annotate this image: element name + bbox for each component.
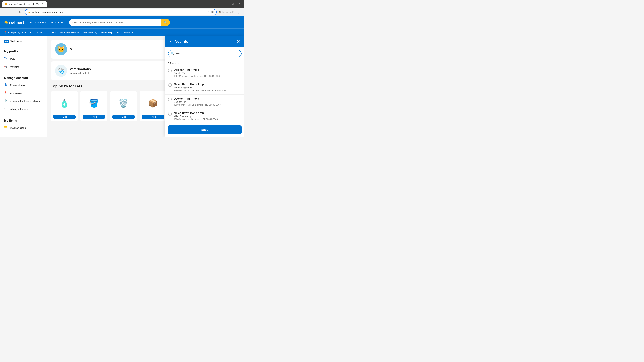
forward-button[interactable]: → xyxy=(10,9,16,15)
result-practice-1: Dockter,Tim xyxy=(174,72,242,74)
add-button-2[interactable]: + Add xyxy=(82,115,105,119)
tab-favicon xyxy=(5,2,8,5)
pets-label: Pets xyxy=(10,57,15,60)
pet-name: Mimi xyxy=(70,47,78,51)
result-item-3[interactable]: Dockter, Tim Arnold Dockter,Tim 4500 San… xyxy=(165,94,244,109)
deals-link[interactable]: Deals xyxy=(50,31,56,33)
walmart-plus-item[interactable]: W+ Walmart+ xyxy=(0,38,47,44)
results-count: 10 results xyxy=(165,60,244,66)
bookmark-icon[interactable]: ☆ xyxy=(208,10,210,14)
pet-avatar: 🐱 xyxy=(55,43,67,55)
result-info-1: Dockter, Tim Arnold Dockter,Tim 1207 Mem… xyxy=(174,68,242,77)
sidebar-item-giving[interactable]: ♡ Giving & impact xyxy=(0,105,47,113)
results-list: Dockter, Tim Arnold Dockter,Tim 1207 Mem… xyxy=(165,66,244,122)
address-bar[interactable]: 🔒 ☆ ⧉ xyxy=(25,9,217,15)
product-card-4: 📦 + Add xyxy=(140,91,166,121)
back-arrow-icon: ← xyxy=(170,39,173,44)
spark-icon: ✸ xyxy=(4,20,8,25)
add-button-3[interactable]: + Add xyxy=(112,115,135,119)
sidebar-item-vehicles[interactable]: 🚗 Vehicles xyxy=(0,63,47,71)
sidebar-divider-2 xyxy=(0,72,47,72)
browser-chrome: Manage Account - Pet hub - W... × + ─ □ … xyxy=(0,0,244,8)
walmart-logo[interactable]: ✸ walmart xyxy=(4,20,24,25)
close-button[interactable]: ✕ xyxy=(238,2,242,6)
search-icon: 🔍 xyxy=(171,52,174,55)
product-image-3: 🗑️ xyxy=(113,93,134,113)
tab-close-button[interactable]: × xyxy=(42,2,44,5)
services-label: Services xyxy=(54,21,64,24)
heart-icon: ♡ xyxy=(4,107,8,111)
vet-card-subtitle: View or edit vet info xyxy=(70,72,91,74)
minimize-button[interactable]: ─ xyxy=(224,2,228,6)
radio-button-4[interactable] xyxy=(168,112,172,116)
radio-button-2[interactable] xyxy=(168,83,172,87)
address-bar-row: ← → ↻ 🔒 ☆ ⧉ 🕵️ Incognito (3) ⋮ xyxy=(0,8,244,16)
grocery-link[interactable]: Grocery & Essentials xyxy=(59,31,79,33)
reload-button[interactable]: ↻ xyxy=(18,9,23,15)
result-address-1: 1207 Memorial Hwy, Bismarck, ND 58504-52… xyxy=(174,75,242,77)
vet-info-panel: ← Vet info ✕ 🔍 10 results Dockter, Tim A… xyxy=(165,36,244,137)
result-name-3: Dockter, Tim Arnold xyxy=(174,97,242,100)
split-view-icon[interactable]: ⧉ xyxy=(212,10,214,14)
sidebar-item-communications[interactable]: 🛡️ Communications & privacy xyxy=(0,97,47,105)
sidebar-item-wallet[interactable]: 💳 Walmart Cash xyxy=(0,124,47,132)
walmart-wordmark: walmart xyxy=(9,20,24,25)
valentines-link[interactable]: Valentine's Day xyxy=(83,31,98,33)
result-item-1[interactable]: Dockter, Tim Arnold Dockter,Tim 1207 Mem… xyxy=(165,66,244,80)
my-profile-heading: My profile xyxy=(0,47,47,55)
result-address-2: 2790 Nw 43rd St, Ste 100, Gainesville, F… xyxy=(174,89,242,92)
winter-prep-link[interactable]: Winter Prep xyxy=(101,31,112,33)
menu-button[interactable]: ⋮ xyxy=(236,9,242,15)
maximize-button[interactable]: □ xyxy=(231,2,235,6)
panel-header: ← Vet info ✕ xyxy=(165,36,244,47)
vehicles-label: Vehicles xyxy=(10,65,20,68)
stethoscope-icon: 🩺 xyxy=(58,67,64,74)
page-wrapper: W+ Walmart+ My profile 🐾 Pets 🚗 Vehicles… xyxy=(0,36,244,137)
panel-search-bar: 🔍 xyxy=(165,47,244,60)
sidebar-item-addresses[interactable]: 📍 Addresses xyxy=(0,89,47,97)
communications-label: Communications & privacy xyxy=(10,100,40,103)
incognito-button[interactable]: 🕵️ Incognito (3) xyxy=(219,11,234,13)
search-input[interactable] xyxy=(72,21,160,24)
address-input[interactable] xyxy=(32,11,206,13)
vet-search-input[interactable] xyxy=(176,52,239,55)
result-item-4[interactable]: Miller, Dawn Marie Arnp Miller,Dawn Arnp… xyxy=(165,109,244,122)
result-address-4: 1604 Se 3rd Ave, Gainesville, FL 32641-7… xyxy=(174,118,242,120)
panel-footer: Save xyxy=(165,122,244,137)
pickup-info[interactable]: 📍 Pickup today, 9pm-10pm ▾ 07094 xyxy=(4,31,43,33)
new-tab-button[interactable]: + xyxy=(48,1,52,6)
giving-label: Giving & impact xyxy=(10,108,28,111)
cold-cough-link[interactable]: Cold, Cough & Flu xyxy=(116,31,134,33)
active-tab[interactable]: Manage Account - Pet hub - W... × xyxy=(2,1,47,6)
pet-info: Mimi xyxy=(70,47,78,51)
result-info-2: Miller, Dawn Marie Arnp Hopespring Healt… xyxy=(174,83,242,92)
radio-button-1[interactable] xyxy=(168,69,172,72)
result-info-3: Dockter, Tim Arnold Dockter,Tim 4500 San… xyxy=(174,97,242,106)
departments-link[interactable]: ⊞ Departments xyxy=(30,21,47,24)
wallet-icon: 💳 xyxy=(4,126,8,130)
add-button-4[interactable]: + Add xyxy=(142,115,164,119)
result-item-2[interactable]: Miller, Dawn Marie Arnp Hopespring Healt… xyxy=(165,80,244,94)
panel-close-button[interactable]: ✕ xyxy=(237,39,240,44)
sidebar-item-personal-info[interactable]: 👤 Personal info xyxy=(0,81,47,89)
result-practice-4: Miller,Dawn Arnp xyxy=(174,115,242,118)
pickup-label: Pickup today, 9pm-10pm xyxy=(8,31,32,33)
sub-nav-links: Deals Grocery & Essentials Valentine's D… xyxy=(50,31,134,33)
result-name-1: Dockter, Tim Arnold xyxy=(174,68,242,71)
result-address-3: 4500 Sandy River Dr, Bismarck, ND 58503-… xyxy=(174,104,242,106)
departments-icon: ⊞ xyxy=(30,21,32,24)
my-items-heading: My items xyxy=(0,116,47,124)
product-card-3: 🗑️ + Add xyxy=(110,91,137,121)
pickup-icon: 📍 xyxy=(4,31,7,33)
sidebar: W+ Walmart+ My profile 🐾 Pets 🚗 Vehicles… xyxy=(0,36,47,137)
panel-back-button[interactable]: ← xyxy=(170,39,173,44)
search-button[interactable]: 🔍 xyxy=(161,19,170,26)
sidebar-item-pets[interactable]: 🐾 Pets xyxy=(0,55,47,63)
add-button-1[interactable]: + Add xyxy=(53,115,76,119)
result-practice-2: Hopespring Health xyxy=(174,86,242,89)
close-icon: ✕ xyxy=(237,39,240,44)
radio-button-3[interactable] xyxy=(168,97,172,101)
services-link[interactable]: ⊕ Services xyxy=(51,21,64,24)
back-button[interactable]: ← xyxy=(3,9,8,15)
save-button[interactable]: Save xyxy=(168,125,242,134)
